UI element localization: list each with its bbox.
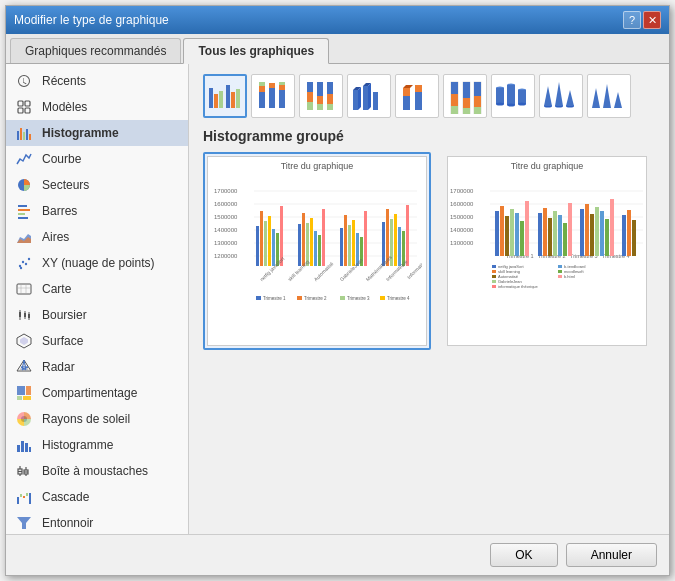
svg-rect-97 xyxy=(451,94,458,106)
svg-rect-6 xyxy=(23,132,25,140)
svg-rect-229 xyxy=(558,270,562,273)
boxplot-icon xyxy=(14,463,34,479)
chart-type-grouped-bar[interactable] xyxy=(203,74,247,118)
svg-rect-2 xyxy=(18,108,23,113)
svg-rect-62 xyxy=(219,91,223,108)
sidebar-label-boursier: Boursier xyxy=(42,308,87,322)
svg-rect-207 xyxy=(563,223,567,256)
sidebar-item-secteurs[interactable]: Secteurs xyxy=(6,172,188,198)
chart-type-3d-grouped[interactable] xyxy=(347,74,391,118)
sidebar-item-modeles[interactable]: Modèles xyxy=(6,94,188,120)
chart-type-100pct-bar[interactable] xyxy=(299,74,343,118)
chart-preview-inner-1: Titre du graphique 1700000 1600000 15000… xyxy=(207,156,427,346)
svg-text:1700000: 1700000 xyxy=(214,188,238,194)
sidebar-item-carte[interactable]: Carte xyxy=(6,276,188,302)
svg-rect-7 xyxy=(26,129,28,140)
sidebar-label-histogramme: Histogramme xyxy=(42,126,119,140)
sidebar-item-barres[interactable]: Barres xyxy=(6,198,188,224)
svg-rect-90 xyxy=(403,96,410,110)
svg-rect-108 xyxy=(496,88,504,104)
svg-rect-215 xyxy=(610,199,614,256)
chart-preview-2[interactable]: Titre du graphique 1700000 1600000 15000… xyxy=(443,152,651,350)
svg-rect-165 xyxy=(406,205,409,266)
radar-icon xyxy=(14,359,34,375)
svg-text:informatique théorique: informatique théorique xyxy=(498,284,539,289)
sidebar: Récents Modèles Hist xyxy=(6,64,189,534)
sidebar-item-entonnoir[interactable]: Entonnoir xyxy=(6,510,188,534)
svg-rect-93 xyxy=(415,92,422,110)
svg-text:1600000: 1600000 xyxy=(450,201,474,207)
svg-rect-96 xyxy=(451,82,458,94)
svg-rect-10 xyxy=(18,205,27,207)
svg-rect-146 xyxy=(302,213,305,266)
svg-point-109 xyxy=(496,103,504,106)
svg-rect-151 xyxy=(322,209,325,266)
svg-marker-117 xyxy=(544,86,552,106)
sidebar-item-boite[interactable]: Boîte à moustaches xyxy=(6,458,188,484)
close-button[interactable]: ✕ xyxy=(643,11,661,29)
sidebar-item-surface[interactable]: Surface xyxy=(6,328,188,354)
pie-icon xyxy=(14,177,34,193)
sidebar-item-rayons[interactable]: Rayons de soleil xyxy=(6,406,188,432)
svg-rect-54 xyxy=(29,493,31,504)
svg-rect-72 xyxy=(279,85,285,90)
sidebar-item-aires[interactable]: Aires xyxy=(6,224,188,250)
svg-point-112 xyxy=(507,104,515,107)
sidebar-label-surface: Surface xyxy=(42,334,83,348)
chart-type-cone[interactable] xyxy=(539,74,583,118)
svg-rect-11 xyxy=(18,209,30,211)
svg-rect-83 xyxy=(353,90,358,110)
sidebar-item-histogramme2[interactable]: Histogramme xyxy=(6,432,188,458)
title-bar: Modifier le type de graphique ? ✕ xyxy=(6,6,669,34)
chart-type-title: Histogramme groupé xyxy=(203,128,655,144)
sidebar-item-histogramme[interactable]: Histogramme xyxy=(6,120,188,146)
svg-rect-217 xyxy=(627,210,631,256)
sidebar-item-cascade[interactable]: Cascade xyxy=(6,484,188,510)
sidebar-item-xy[interactable]: XY (nuage de points) xyxy=(6,250,188,276)
sidebar-item-boursier[interactable]: Boursier xyxy=(6,302,188,328)
cancel-button[interactable]: Annuler xyxy=(566,543,657,567)
svg-rect-208 xyxy=(568,203,572,256)
chart-preview-1[interactable]: Titre du graphique 1700000 1600000 15000… xyxy=(203,152,431,350)
hbar-icon xyxy=(14,203,34,219)
svg-rect-148 xyxy=(310,218,313,266)
svg-rect-5 xyxy=(20,128,22,140)
svg-rect-50 xyxy=(17,497,19,504)
tab-all[interactable]: Tous les graphiques xyxy=(183,38,329,64)
ok-button[interactable]: OK xyxy=(490,543,557,567)
svg-text:1400000: 1400000 xyxy=(214,227,238,233)
sidebar-item-compartimentage[interactable]: Compartimentage xyxy=(6,380,188,406)
sidebar-item-recents[interactable]: Récents xyxy=(6,68,188,94)
preview-2-title: Titre du graphique xyxy=(448,161,646,171)
svg-rect-179 xyxy=(380,296,385,300)
sidebar-item-courbe[interactable]: Courbe xyxy=(6,146,188,172)
chart-type-cylinder[interactable] xyxy=(491,74,535,118)
svg-rect-79 xyxy=(317,104,323,110)
svg-rect-60 xyxy=(209,88,213,108)
svg-rect-27 xyxy=(28,314,30,318)
svg-marker-121 xyxy=(566,90,574,106)
svg-rect-227 xyxy=(558,265,562,268)
help-button[interactable]: ? xyxy=(623,11,641,29)
svg-rect-223 xyxy=(492,275,496,278)
sidebar-label-histogramme2: Histogramme xyxy=(42,438,113,452)
svg-rect-98 xyxy=(451,106,458,114)
svg-rect-201 xyxy=(525,201,529,256)
svg-rect-145 xyxy=(298,224,301,266)
svg-rect-25 xyxy=(24,313,26,317)
svg-rect-219 xyxy=(492,265,496,268)
svg-rect-3 xyxy=(25,108,30,113)
svg-text:1400000: 1400000 xyxy=(450,227,474,233)
chart-type-stacked-bar[interactable] xyxy=(251,74,295,118)
svg-rect-213 xyxy=(600,211,604,256)
sidebar-label-boite: Boîte à moustaches xyxy=(42,464,148,478)
waterfall-icon xyxy=(14,489,34,505)
chart-type-3d-100pct[interactable] xyxy=(443,74,487,118)
chart-type-3d-stacked[interactable] xyxy=(395,74,439,118)
sidebar-item-radar[interactable]: Radar xyxy=(6,354,188,380)
chart-type-pyramid[interactable] xyxy=(587,74,631,118)
svg-text:b.html: b.html xyxy=(564,274,575,279)
svg-rect-102 xyxy=(463,108,470,114)
tab-recommended[interactable]: Graphiques recommandés xyxy=(10,38,181,63)
bar-icon xyxy=(14,125,34,141)
